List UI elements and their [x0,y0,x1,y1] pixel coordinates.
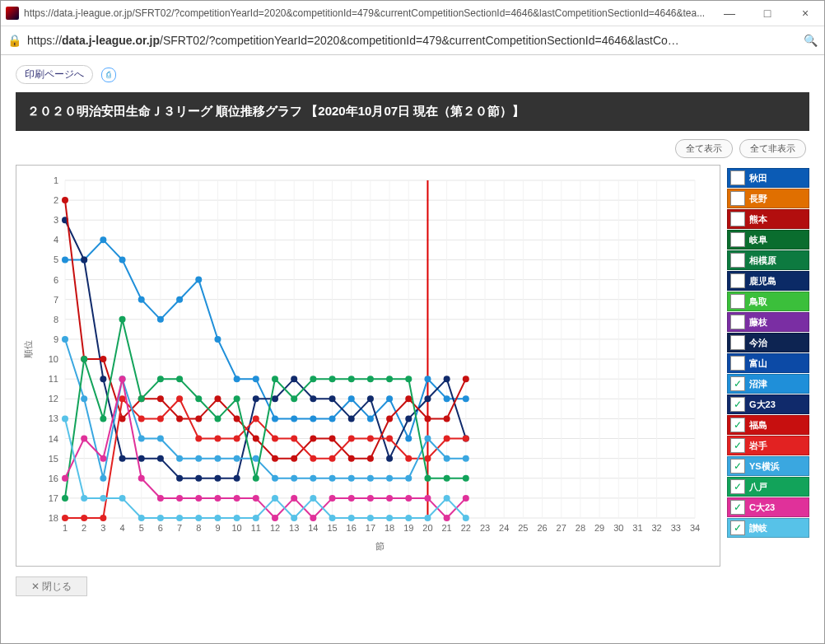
legend-checkbox[interactable]: ✓ [730,520,745,535]
svg-point-203 [214,455,221,462]
svg-point-159 [214,395,221,402]
legend-item-熊本[interactable]: 熊本 [727,209,809,229]
legend-checkbox[interactable]: ✓ [730,500,745,515]
svg-point-275 [329,515,336,521]
show-all-button[interactable]: 全て表示 [675,139,733,158]
svg-point-197 [100,475,106,482]
svg-point-227 [253,475,259,482]
legend-item-鹿児島[interactable]: 鹿児島 [727,271,809,291]
legend-checkbox[interactable] [730,315,745,329]
svg-point-281 [444,495,450,502]
legend-checkbox[interactable]: ✓ [730,438,745,453]
svg-text:30: 30 [613,523,623,533]
svg-point-182 [234,436,240,442]
svg-text:12: 12 [270,523,280,533]
svg-point-243 [138,475,145,482]
window-minimize-button[interactable]: — [711,1,748,26]
window-maximize-button[interactable]: □ [748,1,786,26]
svg-point-118 [272,415,278,422]
legend-label: 岐阜 [748,234,767,246]
svg-point-153 [100,356,106,362]
svg-text:15: 15 [327,523,337,533]
svg-point-139 [253,395,259,402]
svg-text:9: 9 [215,523,220,533]
legend-label: 秋田 [748,172,767,184]
legend-item-沼津[interactable]: ✓沼津 [727,374,809,394]
legend-checkbox[interactable] [730,335,745,350]
legend-checkbox[interactable]: ✓ [730,397,745,412]
svg-point-212 [386,475,393,482]
svg-point-240 [81,436,87,442]
svg-text:13: 13 [289,523,299,533]
svg-text:4: 4 [119,523,124,533]
legend-label: YS横浜 [748,460,780,473]
legend-checkbox[interactable] [730,273,745,288]
svg-point-185 [291,436,297,442]
svg-point-222 [157,376,164,382]
svg-point-146 [386,455,393,462]
legend-checkbox[interactable] [730,294,745,309]
legend-item-秋田[interactable]: 秋田 [727,168,809,188]
svg-text:7: 7 [177,523,182,533]
print-icon[interactable]: ⎙ [101,68,116,82]
svg-point-176 [119,395,126,402]
legend-item-岐阜[interactable]: 岐阜 [727,230,809,250]
svg-point-132 [119,455,126,462]
legend-checkbox[interactable] [730,356,745,371]
legend-checkbox[interactable]: ✓ [730,479,745,494]
svg-text:6: 6 [54,275,58,285]
svg-text:33: 33 [671,523,681,533]
legend-item-福島[interactable]: ✓福島 [727,415,809,435]
legend-item-岩手[interactable]: ✓岩手 [727,436,809,455]
svg-point-188 [348,436,355,442]
svg-point-168 [386,415,393,422]
legend-item-八戸[interactable]: ✓八戸 [727,477,809,497]
svg-point-231 [329,376,336,382]
legend-checkbox[interactable]: ✓ [730,459,745,474]
legend-checkbox[interactable] [730,232,745,247]
legend-checkbox[interactable] [730,170,745,185]
legend-item-G大23[interactable]: ✓G大23 [727,394,809,414]
legend-item-C大23[interactable]: ✓C大23 [727,497,809,517]
svg-point-233 [367,376,374,382]
svg-point-280 [424,515,431,521]
legend-checkbox[interactable]: ✓ [730,418,745,432]
favicon [6,7,19,20]
legend-item-富山[interactable]: 富山 [727,353,809,373]
print-page-link[interactable]: 印刷ページへ [16,65,93,84]
address-bar[interactable]: 🔒 https://data.j-league.or.jp/SFRT02/?co… [1,26,824,55]
legend-checkbox[interactable]: ✓ [730,376,745,391]
legend-item-YS横浜[interactable]: ✓YS横浜 [727,456,809,476]
legend-checkbox[interactable] [730,191,745,206]
legend-label: 讃岐 [748,522,767,534]
legend-checkbox[interactable] [730,253,745,268]
legend-item-藤枝[interactable]: 藤枝 [727,312,809,332]
svg-point-192 [424,455,431,462]
svg-text:節: 節 [375,541,385,551]
search-icon[interactable]: 🔍 [804,34,818,47]
svg-text:5: 5 [54,254,58,264]
svg-point-238 [463,475,469,482]
hide-all-button[interactable]: 全て非表示 [739,139,806,158]
legend-item-長野[interactable]: 長野 [727,189,809,208]
legend-label: 藤枝 [748,316,767,329]
svg-text:5: 5 [139,523,144,533]
legend-item-今治[interactable]: 今治 [727,333,809,352]
legend-item-相模原[interactable]: 相模原 [727,250,809,270]
svg-text:16: 16 [49,474,58,483]
svg-point-257 [405,495,412,502]
legend-label: G大23 [748,399,776,411]
svg-point-225 [214,415,221,422]
window-titlebar: https://data.j-league.or.jp/SFRT02/?comp… [1,1,824,26]
window-close-button[interactable]: × [786,1,824,26]
legend-item-讃岐[interactable]: ✓讃岐 [727,518,809,538]
legend-checkbox[interactable] [730,212,745,226]
svg-point-160 [234,415,240,422]
svg-point-151 [62,197,68,203]
svg-point-158 [195,415,202,422]
svg-point-258 [424,495,431,502]
svg-point-245 [176,495,183,502]
legend-item-鳥取[interactable]: 鳥取 [727,292,809,311]
svg-text:3: 3 [54,215,58,225]
close-button[interactable]: ✕ 閉じる [16,576,87,596]
